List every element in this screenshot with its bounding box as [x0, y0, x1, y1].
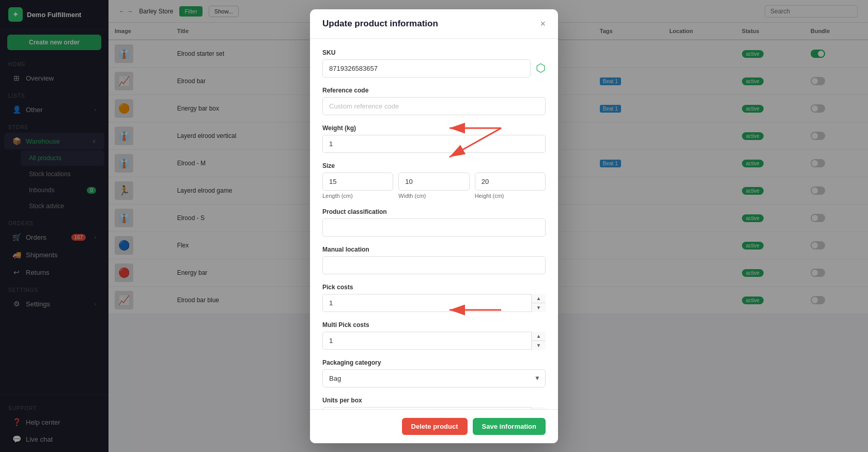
- height-col: Height (cm): [475, 173, 546, 199]
- pick-costs-label: Pick costs: [322, 284, 546, 291]
- pick-costs-group: Pick costs ▲ ▼: [322, 284, 546, 312]
- reference-code-label: Reference code: [322, 87, 546, 94]
- width-col: Width (cm): [398, 173, 469, 199]
- modal-body: SKU ⬡ Reference code Weight (kg) Size Le…: [310, 39, 558, 409]
- update-product-modal: Update product information × SKU ⬡ Refer…: [310, 9, 558, 443]
- units-per-box-up[interactable]: ▲: [532, 407, 546, 409]
- modal-footer: Delete product Save information: [310, 409, 558, 443]
- sku-row: ⬡: [322, 59, 546, 77]
- multi-pick-down[interactable]: ▼: [532, 341, 546, 350]
- weight-input[interactable]: [322, 135, 546, 153]
- reference-code-group: Reference code: [322, 87, 546, 115]
- manual-location-input[interactable]: [322, 256, 546, 274]
- multi-pick-costs-spinners: ▲ ▼: [531, 332, 546, 350]
- length-label: Length (cm): [322, 193, 393, 199]
- product-classification-input[interactable]: [322, 219, 546, 237]
- height-input[interactable]: [475, 173, 546, 191]
- pick-costs-wrap: ▲ ▼: [322, 294, 546, 312]
- sku-group: SKU ⬡: [322, 49, 546, 77]
- units-per-box-group: Units per box ▲ ▼: [322, 397, 546, 409]
- layers-icon[interactable]: ⬡: [536, 61, 546, 75]
- pick-costs-down[interactable]: ▼: [532, 303, 546, 312]
- units-per-box-spinners: ▲ ▼: [531, 407, 546, 409]
- length-col: Length (cm): [322, 173, 393, 199]
- packaging-category-select[interactable]: Bag Box Envelope None: [322, 369, 546, 387]
- pick-costs-up[interactable]: ▲: [532, 294, 546, 303]
- units-per-box-input[interactable]: [322, 407, 546, 409]
- packaging-category-label: Packaging category: [322, 359, 546, 366]
- manual-location-group: Manual location: [322, 246, 546, 274]
- modal-close-button[interactable]: ×: [540, 19, 546, 28]
- size-label: Size: [322, 162, 546, 169]
- manual-location-label: Manual location: [322, 246, 546, 253]
- packaging-category-select-wrap: Bag Box Envelope None ▼: [322, 369, 546, 387]
- sku-label: SKU: [322, 49, 546, 56]
- delete-product-button[interactable]: Delete product: [402, 418, 468, 435]
- multi-pick-costs-group: Multi Pick costs ▲ ▼: [322, 321, 546, 350]
- length-input[interactable]: [322, 173, 393, 191]
- weight-group: Weight (kg): [322, 124, 546, 153]
- units-per-box-wrap: ▲ ▼: [322, 407, 546, 409]
- multi-pick-costs-label: Multi Pick costs: [322, 321, 546, 329]
- weight-label: Weight (kg): [322, 124, 546, 132]
- save-information-button[interactable]: Save information: [473, 418, 546, 435]
- packaging-category-group: Packaging category Bag Box Envelope None…: [322, 359, 546, 387]
- size-row: Length (cm) Width (cm) Height (cm): [322, 173, 546, 199]
- multi-pick-up[interactable]: ▲: [532, 332, 546, 341]
- multi-pick-costs-input[interactable]: [322, 332, 546, 350]
- product-classification-label: Product classification: [322, 208, 546, 215]
- sku-input[interactable]: [322, 59, 531, 77]
- pick-costs-input[interactable]: [322, 294, 546, 312]
- pick-costs-spinners: ▲ ▼: [531, 294, 546, 312]
- height-label: Height (cm): [475, 193, 546, 199]
- modal-title: Update product information: [322, 19, 438, 29]
- width-input[interactable]: [398, 173, 469, 191]
- units-per-box-label: Units per box: [322, 397, 546, 404]
- size-group: Size Length (cm) Width (cm) Height (cm): [322, 162, 546, 199]
- product-classification-group: Product classification: [322, 208, 546, 237]
- width-label: Width (cm): [398, 193, 469, 199]
- reference-code-input[interactable]: [322, 97, 546, 115]
- multi-pick-costs-wrap: ▲ ▼: [322, 332, 546, 350]
- modal-header: Update product information ×: [310, 9, 558, 39]
